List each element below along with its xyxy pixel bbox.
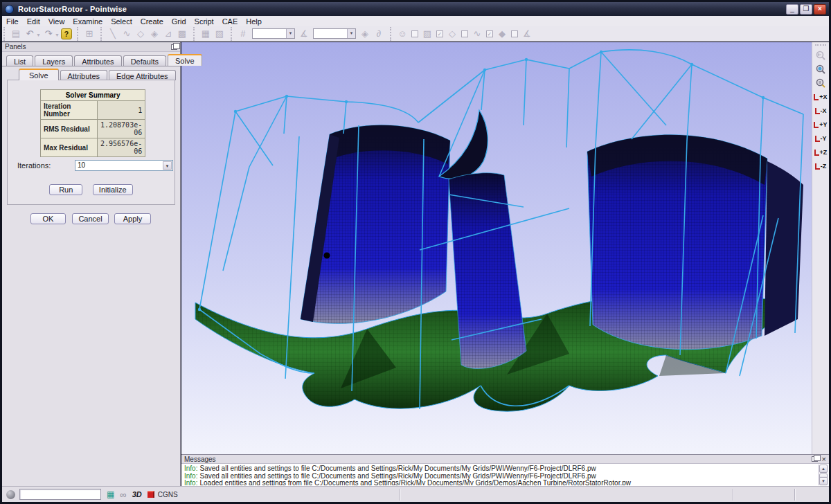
view-plus-z-button[interactable]: +Z [814, 145, 828, 159]
undo-icon[interactable]: ↶ [24, 28, 36, 40]
restore-button[interactable]: ❐ [800, 4, 812, 15]
mask-icon[interactable]: ☺ [396, 28, 409, 40]
view-toolbar-handle[interactable] [815, 44, 826, 47]
menu-help[interactable]: Help [242, 17, 266, 26]
menu-cae[interactable]: CAE [218, 17, 242, 26]
layer-add-icon[interactable]: ⊞ [83, 28, 96, 40]
domain-mask-icon[interactable]: ◇ [446, 28, 458, 40]
menu-examine[interactable]: Examine [69, 17, 107, 26]
close-button[interactable]: × [814, 4, 826, 15]
tab-list[interactable]: List [6, 55, 33, 66]
block-icon[interactable]: ▩ [176, 28, 188, 40]
status-input-field[interactable] [19, 489, 101, 500]
help-icon[interactable]: ? [61, 28, 72, 39]
spacing-combo-arrow-icon[interactable]: ▼ [347, 29, 355, 38]
ok-button[interactable]: OK [30, 213, 66, 224]
connector-checkbox-checked[interactable]: ✓ [486, 30, 493, 37]
view-plus-y-button[interactable]: +Y [814, 118, 828, 132]
domain-mesh-icon[interactable]: ◈ [148, 28, 161, 40]
view-minus-z-button[interactable]: -Z [814, 159, 828, 173]
zoom-fit-icon[interactable] [814, 62, 828, 76]
toolbar: ▤ ↶ ▼ ↷ ▼ ? ⊞ ╲ ∿ ◇ ◈ ⊿ ▩ ▦ ▨ # ▼ [2, 26, 829, 42]
right-blade [587, 135, 803, 350]
panels-float-icon[interactable] [171, 44, 177, 50]
trim-icon[interactable]: ⊿ [162, 28, 175, 40]
summary-row-value: 1.208703e-06 [98, 120, 145, 138]
status-link-icon: ∞ [120, 489, 126, 500]
domain-checkbox[interactable] [461, 30, 468, 37]
tab-defaults[interactable]: Defaults [123, 55, 166, 66]
redo-icon[interactable]: ↷ [42, 28, 55, 40]
scroll-up-icon[interactable]: ▲ [819, 465, 828, 473]
3d-scene[interactable] [181, 42, 812, 454]
undo-dropdown-icon[interactable]: ▼ [36, 33, 41, 37]
toolbar-group-create: ╲ ∿ ◇ ◈ ⊿ ▩ [100, 27, 192, 41]
dimension-count-icon[interactable]: # [237, 28, 249, 40]
axis-icon [815, 108, 820, 114]
view-toolbar: +X -X +Y -Y +Z -Z [812, 42, 829, 454]
block-mask-icon[interactable]: ▧ [421, 28, 434, 40]
menu-script[interactable]: Script [190, 17, 218, 26]
save-icon[interactable]: ▤ [10, 28, 22, 40]
iterations-combo[interactable]: 10 ▼ [75, 160, 173, 171]
axis-icon [814, 94, 819, 100]
message-entry: Info:Loaded entities and settings from f… [184, 480, 815, 485]
tab-solve-edge-attributes[interactable]: Edge Attributes [109, 70, 176, 80]
zoom-previous-icon[interactable] [814, 48, 828, 62]
scroll-down-icon[interactable]: ▼ [819, 477, 828, 485]
menu-create[interactable]: Create [136, 17, 168, 26]
messages-close-icon[interactable]: × [822, 456, 826, 462]
tab-attributes[interactable]: Attributes [74, 55, 121, 66]
tab-layers[interactable]: Layers [35, 55, 73, 66]
iterations-combo-arrow-icon[interactable]: ▼ [163, 161, 172, 170]
view-plus-x-button[interactable]: +X [814, 90, 828, 104]
menu-select[interactable]: Select [107, 17, 136, 26]
titlebar[interactable]: RotorStatorRotor - Pointwise _ ❐ × [2, 2, 829, 16]
point-marker[interactable] [324, 253, 330, 259]
apply-button[interactable]: Apply [114, 213, 151, 224]
domain-icon[interactable]: ◇ [134, 28, 147, 40]
iterations-label: Iterations: [17, 161, 51, 170]
view-minus-x-button[interactable]: -X [814, 104, 828, 118]
messages-title: Messages [184, 456, 216, 463]
tab-solve[interactable]: Solve [168, 54, 202, 66]
mask-block-checkbox[interactable] [411, 30, 418, 37]
partial-derivative-icon[interactable]: ∂ [373, 28, 385, 40]
menu-file[interactable]: File [2, 17, 23, 26]
axis-icon [815, 136, 820, 142]
viewport[interactable] [181, 42, 812, 454]
status-grid-icon: ▦ [107, 489, 114, 499]
initialize-button[interactable]: Initialize [93, 184, 133, 195]
menu-edit[interactable]: Edit [23, 17, 44, 26]
menu-grid[interactable]: Grid [168, 17, 190, 26]
database-mask-icon[interactable]: ◆ [496, 28, 508, 40]
tab-solve-solve[interactable]: Solve [19, 69, 59, 80]
point-checkbox[interactable] [511, 30, 518, 37]
structured-grid-icon[interactable]: ▦ [199, 28, 212, 40]
connector-mask-icon[interactable]: ∿ [471, 28, 483, 40]
messages-header: Messages × [181, 455, 829, 464]
point-mask-icon[interactable]: ∡ [521, 28, 533, 40]
segment-icon[interactable]: ╲ [107, 28, 119, 40]
messages-scrollbar[interactable]: ▲ ▼ [818, 465, 828, 485]
dimension-combo-arrow-icon[interactable]: ▼ [286, 29, 294, 38]
unstructured-grid-icon[interactable]: ▨ [213, 28, 226, 40]
minimize-button[interactable]: _ [786, 4, 798, 15]
toolbar-group-masks: ☺ ▧ ✓ ◇ ∿ ✓ ◆ ∡ [390, 27, 537, 41]
zoom-equal-icon[interactable] [814, 76, 828, 90]
view-minus-y-button[interactable]: -Y [814, 132, 828, 145]
tab-solve-attributes[interactable]: Attributes [60, 70, 107, 80]
block-checkbox-checked[interactable]: ✓ [436, 30, 443, 37]
run-button[interactable]: Run [49, 184, 82, 195]
redo-dropdown-icon[interactable]: ▼ [55, 33, 60, 37]
solve-domain-icon[interactable]: ◈ [359, 28, 371, 40]
spacing-combo[interactable]: ▼ [313, 28, 356, 39]
spacing-angle-icon[interactable]: ∡ [298, 28, 310, 40]
statusbar: ▦ ∞ 3D CGNS [2, 486, 829, 502]
dimension-combo[interactable]: ▼ [252, 28, 295, 39]
menu-view[interactable]: View [44, 17, 69, 26]
curve-icon[interactable]: ∿ [120, 28, 133, 40]
messages-float-icon[interactable] [812, 456, 818, 462]
main-tab-row: List Layers Attributes Defaults Solve [6, 54, 204, 66]
cancel-button[interactable]: Cancel [72, 213, 109, 224]
